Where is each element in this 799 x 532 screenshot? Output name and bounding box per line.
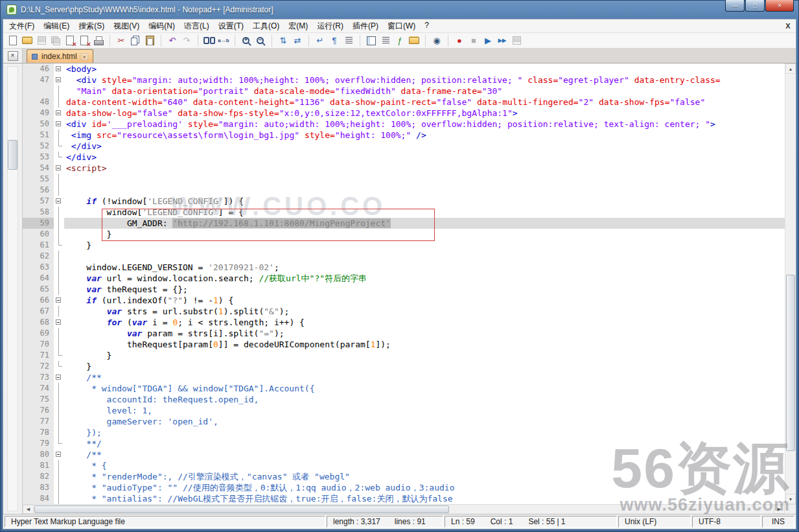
- code-line-77[interactable]: 77 gameServer: 'open_id',: [23, 416, 785, 427]
- minimize-button[interactable]: —: [725, 0, 745, 12]
- code-line-82[interactable]: 82 * "renderMode":, //引擎渲染模式，"canvas" 或者…: [23, 471, 785, 482]
- undo-button[interactable]: ↶: [165, 34, 179, 48]
- open-file-button[interactable]: [20, 34, 34, 48]
- zoom-in-button[interactable]: +: [239, 34, 253, 48]
- vertical-scrollbar-thumb[interactable]: [786, 275, 795, 451]
- code-line-53[interactable]: 53</div>: [23, 152, 785, 163]
- close-document-x-button[interactable]: X: [782, 21, 794, 30]
- code-line-61[interactable]: 61 }: [23, 240, 785, 251]
- editor[interactable]: 46<body>47 <div style="margin: auto;widt…: [23, 64, 796, 504]
- notepadpp-app-icon[interactable]: [6, 5, 17, 15]
- folder-as-workspace-button[interactable]: [407, 34, 421, 48]
- sync-horizontal-scroll-button[interactable]: ⇄: [290, 34, 305, 48]
- redo-button[interactable]: ↷: [179, 34, 194, 48]
- save-recorded-macro-button[interactable]: [509, 34, 524, 48]
- menu-encoding[interactable]: 编码(N): [144, 19, 179, 33]
- new-file-button[interactable]: [6, 34, 20, 48]
- menu-view[interactable]: 视图(V): [109, 19, 144, 33]
- menu-plugins[interactable]: 插件(P): [348, 19, 383, 33]
- code-line-wrap[interactable]: "Main" data-orientation="portrait" data-…: [23, 86, 785, 97]
- file-monitoring-button[interactable]: ◉: [430, 34, 444, 48]
- status-encoding[interactable]: UTF-8: [692, 516, 761, 527]
- code-line-65[interactable]: 65 var theRequest = {};: [23, 284, 785, 295]
- menu-language[interactable]: 语言(L): [179, 19, 214, 33]
- menu-search[interactable]: 搜索(S): [74, 19, 109, 33]
- scroll-down-icon[interactable]: ▼: [785, 494, 796, 504]
- scroll-left-icon[interactable]: ◀: [23, 505, 34, 514]
- replace-button[interactable]: a↔b: [216, 34, 231, 48]
- find-button[interactable]: [202, 34, 216, 48]
- tab-close-icon[interactable]: ×: [81, 53, 88, 60]
- code-line-66[interactable]: 66 if (url.indexOf("?") != -1) {: [23, 295, 785, 306]
- fold-collapse-icon[interactable]: [54, 317, 64, 328]
- code-line-74[interactable]: 74 * window["TDGA"] && window["TDGA"].Ac…: [23, 383, 785, 394]
- code-line-46[interactable]: 46<body>: [23, 64, 785, 75]
- code-line-83[interactable]: 83 * "audioType": "" //使用的音频类型，0:默认，1:qq…: [23, 482, 785, 493]
- code-line-70[interactable]: 70 theRequest[param[0]] = decodeURICompo…: [23, 339, 785, 350]
- fold-collapse-icon[interactable]: [54, 295, 64, 306]
- horizontal-scrollbar[interactable]: ◀ ▶: [23, 504, 796, 514]
- code-line-67[interactable]: 67 var strs = url.substr(1).split("&");: [23, 306, 785, 317]
- maximize-button[interactable]: □: [745, 0, 765, 12]
- code-line-48[interactable]: 48data-content-width="640" data-content-…: [23, 97, 785, 108]
- code-line-52[interactable]: 52 </div>: [23, 141, 785, 152]
- code-line-62[interactable]: 62: [23, 251, 785, 262]
- print-button[interactable]: [91, 34, 106, 48]
- code-line-71[interactable]: 71 }: [23, 350, 785, 361]
- code-line-47[interactable]: 47 <div style="margin: auto;width: 100%;…: [23, 75, 785, 86]
- close-all-button[interactable]: ×: [77, 34, 91, 48]
- code-line-50[interactable]: 50<div id='___preloading' style="margin:…: [23, 119, 785, 130]
- code-line-51[interactable]: 51 <img src="resource\assets\form\login_…: [23, 130, 785, 141]
- dock-close-button[interactable]: ×: [8, 51, 18, 61]
- copy-button[interactable]: [128, 34, 143, 48]
- scroll-right-icon[interactable]: ▶: [774, 505, 785, 514]
- paste-button[interactable]: [143, 34, 157, 48]
- save-all-button[interactable]: [49, 34, 63, 48]
- fold-collapse-icon[interactable]: [54, 108, 64, 119]
- dock-scrollbar-thumb[interactable]: [8, 140, 17, 170]
- code-line-56[interactable]: 56: [23, 185, 785, 196]
- code-line-55[interactable]: 55: [23, 174, 785, 185]
- function-list-button[interactable]: ƒ: [393, 34, 407, 48]
- menu-run[interactable]: 运行(R): [312, 19, 348, 33]
- save-file-button[interactable]: [34, 34, 49, 48]
- sync-vertical-scroll-button[interactable]: ⇅: [276, 34, 290, 48]
- zoom-out-button[interactable]: −: [253, 34, 268, 48]
- code-line-64[interactable]: 64 var url = window.location.search; //获…: [23, 273, 785, 284]
- code-line-78[interactable]: 78 });: [23, 427, 785, 438]
- code-line-69[interactable]: 69 var param = strs[i].split("=");: [23, 328, 785, 339]
- indent-guide-button[interactable]: [342, 34, 356, 48]
- cut-button[interactable]: ✂: [114, 34, 128, 48]
- code-line-63[interactable]: 63 window.LEGEND_VERSION = '20170921-02'…: [23, 262, 785, 273]
- horizontal-scrollbar-thumb[interactable]: [34, 505, 449, 513]
- menu-tools[interactable]: 工具(O): [248, 19, 284, 33]
- horizontal-scrollbar-track[interactable]: [34, 505, 774, 514]
- fold-collapse-icon[interactable]: [54, 372, 64, 383]
- code-line-57[interactable]: 57 if (!window['LEGEND_CONFIG']) {: [23, 196, 785, 207]
- vertical-scrollbar[interactable]: ▲ ▼: [785, 64, 796, 504]
- code-line-76[interactable]: 76 level: 1,: [23, 405, 785, 416]
- document-list-button[interactable]: [378, 34, 393, 48]
- fold-collapse-icon[interactable]: [54, 119, 64, 130]
- status-eol-format[interactable]: Unix (LF): [618, 516, 691, 527]
- menu-window[interactable]: 窗口(W): [383, 19, 420, 33]
- code-line-49[interactable]: 49data-show-log="false" data-show-fps-st…: [23, 108, 785, 119]
- menu-file[interactable]: 文件(F): [5, 19, 39, 33]
- menu-edit[interactable]: 编辑(E): [39, 19, 74, 33]
- fold-collapse-icon[interactable]: [54, 196, 64, 207]
- close-button[interactable]: ×: [765, 0, 794, 12]
- code-line-80[interactable]: 80 /**: [23, 449, 785, 460]
- tab-index-html[interactable]: index.html ×: [27, 49, 93, 63]
- code-line-81[interactable]: 81 * {: [23, 460, 785, 471]
- dock-scrollbar-track[interactable]: [7, 66, 18, 511]
- code-line-72[interactable]: 72 }: [23, 361, 785, 372]
- word-wrap-button[interactable]: ↵: [313, 34, 327, 48]
- code-line-79[interactable]: 79 **/: [23, 438, 785, 449]
- status-insert-mode[interactable]: INS: [762, 516, 794, 527]
- run-macro-multiple-button[interactable]: ▶▶: [495, 34, 509, 48]
- code-line-68[interactable]: 68 for (var i = 0; i < strs.length; i++)…: [23, 317, 785, 328]
- show-all-characters-button[interactable]: ¶: [327, 34, 342, 48]
- fold-collapse-icon[interactable]: [54, 64, 64, 75]
- close-file-button[interactable]: ×: [63, 34, 77, 48]
- menu-help[interactable]: ?: [420, 19, 434, 33]
